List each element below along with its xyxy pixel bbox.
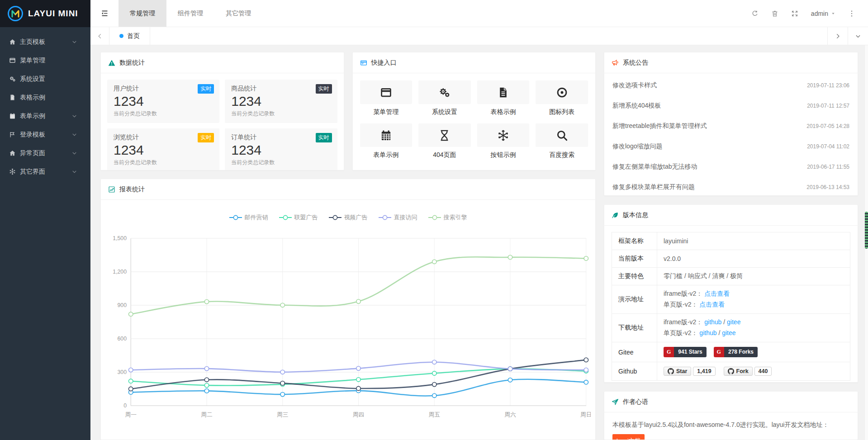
legend-item[interactable]: 联盟广告 bbox=[279, 213, 318, 222]
layui-doc-badge[interactable]: layui文档 bbox=[612, 434, 645, 440]
current-version: v2.0.0 bbox=[657, 250, 850, 268]
username: admin bbox=[811, 10, 828, 17]
quick-item-menu-manage[interactable]: 菜单管理 bbox=[360, 80, 413, 116]
user-menu[interactable]: admin bbox=[805, 0, 842, 27]
sidebar-item-home-template[interactable]: 主页模板 bbox=[0, 33, 90, 51]
quick-item-button-demo[interactable]: 按钮示例 bbox=[477, 123, 530, 159]
credit-card-icon bbox=[360, 59, 367, 66]
sidebar-collapse-button[interactable] bbox=[90, 0, 119, 27]
quick-item-icon-list[interactable]: 图标列表 bbox=[536, 80, 588, 116]
header-tab-components[interactable]: 组件管理 bbox=[166, 0, 214, 27]
window-icon bbox=[360, 80, 413, 104]
bullhorn-icon bbox=[612, 59, 619, 66]
quick-item-system-settings[interactable]: 系统设置 bbox=[418, 80, 471, 116]
stat-card-views: 浏览统计 1234 当前分类总记录数 实时 bbox=[107, 128, 219, 170]
quick-item-table-demo[interactable]: 表格示例 bbox=[477, 80, 530, 116]
chevron-down-icon bbox=[71, 113, 82, 119]
framework-name: layuimini bbox=[657, 232, 850, 250]
announcement-row: 新增treetable插件和菜单管理样式 2019-07-05 14:28 bbox=[612, 116, 849, 136]
github-fork-button[interactable]: Fork bbox=[724, 367, 753, 376]
announcement-time: 2019-07-04 11:02 bbox=[807, 143, 849, 150]
quick-item-form-demo[interactable]: 表单示例 bbox=[360, 123, 413, 159]
gears-icon bbox=[418, 80, 471, 104]
stat-value: 1234 bbox=[231, 142, 331, 159]
calendar-icon bbox=[9, 113, 20, 119]
logo[interactable]: LAYUI MINI bbox=[0, 0, 90, 27]
sidebar-item-error-pages[interactable]: 异常页面 bbox=[0, 144, 90, 162]
legend-item[interactable]: 搜索引擎 bbox=[428, 213, 467, 222]
tab-scroll-right-button[interactable] bbox=[827, 27, 848, 45]
gears-icon bbox=[9, 76, 20, 82]
github-icon bbox=[668, 368, 674, 374]
github-star-button[interactable]: Star bbox=[664, 367, 691, 376]
sidebar-item-table-demo[interactable]: 表格示例 bbox=[0, 88, 90, 107]
legend-item[interactable]: 直接访问 bbox=[379, 213, 417, 222]
quick-item-baidu-search[interactable]: 百度搜索 bbox=[536, 123, 588, 159]
active-tab-dot-icon bbox=[119, 34, 123, 38]
scrollbar-thumb[interactable] bbox=[865, 212, 868, 249]
report-chart: 03006009001,2001,500周一周二周三周四周五周六周日 bbox=[101, 232, 595, 432]
header-tab-general[interactable]: 常规管理 bbox=[119, 0, 166, 27]
announcement-time: 2019-06-17 11:55 bbox=[807, 164, 849, 170]
top-header: 常规管理 组件管理 其它管理 admin bbox=[90, 0, 868, 27]
svg-text:1,200: 1,200 bbox=[113, 269, 127, 275]
file-text-icon bbox=[477, 80, 530, 104]
demo-onepage-link[interactable]: 点击查看 bbox=[699, 301, 725, 308]
caret-down-icon bbox=[831, 11, 835, 16]
quick-item-404-page[interactable]: 404页面 bbox=[418, 123, 471, 159]
header-tab-other[interactable]: 其它管理 bbox=[214, 0, 262, 27]
panel-title: 系统公告 bbox=[623, 59, 648, 67]
announcement-time: 2019-07-05 14:28 bbox=[806, 123, 849, 129]
chevron-down-icon bbox=[71, 169, 82, 175]
features: 零门槛 / 响应式 / 清爽 / 极简 bbox=[657, 268, 850, 285]
stat-card-orders: 订单统计 1234 当前分类总记录数 实时 bbox=[225, 128, 337, 170]
realtime-badge: 实时 bbox=[316, 133, 332, 142]
gitee-forks-badge[interactable]: G278 Forks bbox=[714, 347, 758, 357]
refresh-icon[interactable] bbox=[745, 0, 765, 27]
sidebar-item-form-demo[interactable]: 表单示例 bbox=[0, 107, 90, 125]
legend-item[interactable]: 视频广告 bbox=[329, 213, 368, 222]
panel-title: 版本信息 bbox=[623, 211, 648, 219]
download-gitee-link[interactable]: gitee bbox=[727, 318, 740, 326]
snowflake-icon bbox=[9, 168, 20, 175]
fullscreen-icon[interactable] bbox=[785, 0, 805, 27]
announcement-row: 修复多模块菜单栏展开有问题 2019-06-13 14:53 bbox=[612, 177, 849, 196]
sidebar-item-other-ui[interactable]: 其它界面 bbox=[0, 162, 90, 181]
stat-card-users: 用户统计 1234 当前分类总记录数 实时 bbox=[107, 80, 219, 123]
chart-legend: 邮件营销联盟广告视频广告直接访问搜索引擎 bbox=[101, 213, 595, 222]
panel-title: 快捷入口 bbox=[371, 59, 397, 67]
dot-circle-icon bbox=[536, 80, 588, 104]
svg-text:周二: 周二 bbox=[201, 412, 213, 418]
chart-line-icon bbox=[108, 186, 115, 193]
gitee-stars-badge[interactable]: G941 Stars bbox=[664, 347, 707, 357]
github-fork-count[interactable]: 440 bbox=[754, 367, 772, 376]
more-vertical-icon[interactable] bbox=[842, 0, 862, 27]
download-github-link[interactable]: github bbox=[699, 329, 716, 336]
home-icon bbox=[9, 150, 20, 156]
sidebar-item-system-settings[interactable]: 系统设置 bbox=[0, 70, 90, 88]
realtime-badge: 实时 bbox=[316, 84, 332, 94]
github-star-count[interactable]: 1,419 bbox=[693, 367, 715, 376]
tab-operations-dropdown[interactable] bbox=[848, 27, 868, 45]
sidebar-item-menu-manage[interactable]: 菜单管理 bbox=[0, 51, 90, 70]
stat-value: 1234 bbox=[114, 93, 213, 110]
flag-icon bbox=[9, 131, 20, 138]
legend-item[interactable]: 邮件营销 bbox=[229, 213, 268, 222]
tab-scroll-left-button[interactable] bbox=[90, 27, 109, 45]
window-icon bbox=[9, 57, 20, 64]
announcement-time: 2019-07-11 12:57 bbox=[807, 103, 849, 109]
tab-home[interactable]: 首页 bbox=[109, 27, 150, 45]
sidebar-menu: 主页模板 菜单管理 系统设置 表格示例 表单示例 登录模板 异常页面 bbox=[0, 27, 90, 181]
sidebar-item-login-template[interactable]: 登录模板 bbox=[0, 125, 90, 144]
clear-cache-icon[interactable] bbox=[765, 0, 785, 27]
panel-title: 数据统计 bbox=[119, 59, 145, 67]
layui-logo-icon bbox=[7, 5, 24, 22]
search-icon bbox=[536, 123, 588, 147]
line-chart: 03006009001,2001,500周一周二周三周四周五周六周日 bbox=[105, 232, 591, 431]
download-github-link[interactable]: github bbox=[704, 318, 721, 326]
chevron-down-icon bbox=[71, 39, 82, 45]
svg-text:周五: 周五 bbox=[429, 412, 441, 418]
demo-iframe-link[interactable]: 点击查看 bbox=[704, 290, 730, 297]
sidebar: LAYUI MINI 主页模板 菜单管理 系统设置 表格示例 表单示例 登录模板 bbox=[0, 0, 90, 440]
download-gitee-link[interactable]: gitee bbox=[722, 329, 735, 336]
